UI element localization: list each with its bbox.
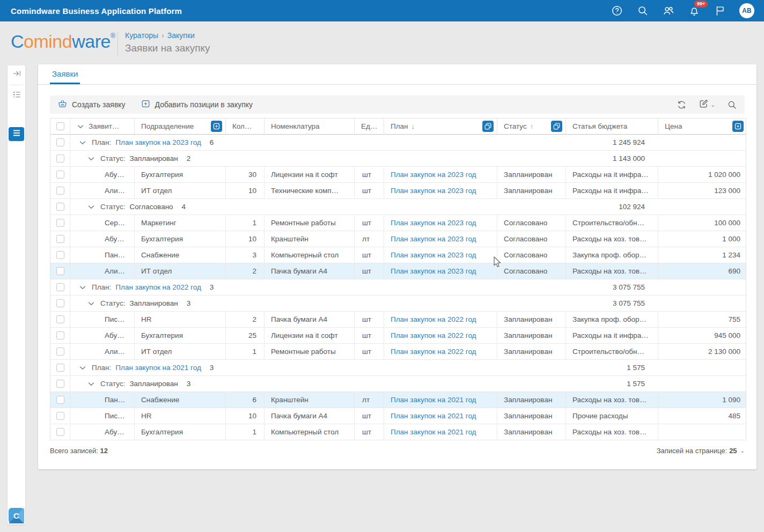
row-checkbox[interactable] — [56, 187, 64, 195]
edit-icon[interactable]: ⌄ — [699, 99, 715, 111]
help-icon[interactable] — [611, 4, 623, 17]
cell-price — [658, 424, 747, 440]
sidebar-item-tasks[interactable] — [8, 86, 25, 105]
cell-status: Запланирован — [497, 312, 566, 327]
table-row[interactable]: Пан…Снабжение6КранштейнлтПлан закупок на… — [50, 392, 746, 408]
cell-nomenclature: Лицензии на it софт — [265, 167, 355, 182]
group-plan-link[interactable]: План закупок на 2021 год — [115, 364, 201, 372]
group-column-button[interactable] — [482, 121, 494, 132]
plan-link[interactable]: План закупок на 2022 год — [391, 315, 476, 323]
breadcrumb-purchases[interactable]: Закупки — [167, 31, 195, 40]
comindware-logo[interactable]: Comindware® — [11, 31, 115, 52]
row-checkbox[interactable] — [56, 331, 64, 339]
collapse-group-icon[interactable] — [79, 364, 86, 372]
table-row[interactable]: Пис…HR10Пачка бумаги А4штПлан закупок на… — [50, 408, 746, 424]
row-checkbox[interactable] — [56, 203, 64, 211]
table-row[interactable]: Абу…Бухгалтерия1Компьютерный столштПлан … — [50, 424, 746, 440]
users-icon[interactable] — [662, 4, 675, 17]
row-checkbox[interactable] — [56, 267, 64, 275]
collapse-group-icon[interactable] — [79, 284, 86, 291]
plan-link[interactable]: План закупок на 2023 год — [391, 171, 476, 179]
plan-link[interactable]: План закупок на 2021 год — [391, 396, 476, 404]
group-plan-link[interactable]: План закупок на 2022 год — [115, 283, 201, 291]
avatar[interactable]: AB — [739, 3, 754, 18]
column-header-qty[interactable]: Кол… — [226, 119, 265, 134]
row-checkbox[interactable] — [56, 283, 64, 291]
row-checkbox[interactable] — [56, 412, 64, 420]
collapse-group-icon[interactable] — [87, 155, 95, 162]
column-header-price[interactable]: Цена — [658, 119, 747, 134]
table-row[interactable]: Абу…Бухгалтерия10КранштейнлтПлан закупок… — [50, 231, 746, 247]
row-checkbox[interactable] — [56, 251, 64, 259]
grid-search-icon[interactable] — [727, 100, 737, 110]
column-header-department[interactable]: Подразделение — [135, 119, 226, 134]
checkbox-cell — [50, 312, 70, 327]
cell-budget: Прочие расходы — [566, 408, 658, 424]
row-checkbox[interactable] — [56, 348, 64, 356]
plan-link[interactable]: План закупок на 2021 год — [391, 412, 476, 420]
table-row[interactable]: Пис…HR2Пачка бумаги А4штПлан закупок на … — [50, 312, 746, 328]
row-checkbox[interactable] — [56, 171, 64, 179]
row-checkbox[interactable] — [56, 219, 64, 227]
column-header-status[interactable]: Статус↑ — [497, 119, 566, 134]
table-row[interactable]: Абу…Бухгалтерия30Лицензии на it софтштПл… — [50, 167, 746, 183]
row-checkbox[interactable] — [56, 154, 64, 162]
sidebar-item-menu-active[interactable] — [9, 127, 24, 141]
plan-link[interactable]: План закупок на 2023 год — [391, 267, 476, 275]
group-field-label: План: — [92, 364, 111, 372]
sum-column-button[interactable] — [211, 121, 222, 132]
page-size-selector[interactable]: Записей на странице: 25 ⌄ — [657, 447, 745, 455]
table-row[interactable]: Абу…Бухгалтерия25Лицензии на it софтштПл… — [50, 328, 746, 344]
plan-link[interactable]: План закупок на 2023 год — [391, 219, 476, 227]
table-row[interactable]: Али…ИТ отдел1Ремонтные работыштПлан заку… — [50, 344, 746, 360]
row-checkbox[interactable] — [56, 380, 64, 388]
add-positions-button[interactable]: Добавить позиции в закупку — [133, 95, 260, 114]
collapse-group-icon[interactable] — [87, 203, 95, 211]
column-header-nomenclature[interactable]: Номенклатура — [265, 119, 355, 134]
table-row[interactable]: Пан…Снабжение3Компьютерный столштПлан за… — [50, 247, 746, 263]
select-all-checkbox[interactable] — [56, 122, 64, 130]
plan-link[interactable]: План закупок на 2023 год — [391, 187, 476, 195]
row-checkbox[interactable] — [56, 235, 64, 243]
row-checkbox[interactable] — [56, 299, 64, 307]
plan-link[interactable]: План закупок на 2022 год — [391, 331, 476, 339]
row-checkbox[interactable] — [56, 315, 64, 323]
column-header-requester[interactable]: Заявит… — [70, 119, 135, 134]
topbar: Comindware Business Application Platform… — [0, 0, 764, 21]
table-row[interactable]: Али…ИТ отдел2Пачка бумаги А4штПлан закуп… — [50, 263, 746, 279]
row-checkbox[interactable] — [56, 364, 64, 372]
plan-link[interactable]: План закупок на 2023 год — [391, 235, 476, 243]
plan-link[interactable]: План закупок на 2021 год — [391, 428, 476, 436]
group-plan-link[interactable]: План закупок на 2023 год — [115, 138, 201, 146]
refresh-icon[interactable] — [677, 100, 687, 110]
create-request-button[interactable]: Создать заявку — [50, 95, 133, 114]
flag-icon[interactable] — [714, 4, 726, 17]
cell-plan: План закупок на 2023 год — [384, 263, 497, 279]
notifications-bell-icon[interactable]: 99+ — [688, 4, 701, 17]
collapse-all-icon[interactable] — [77, 123, 84, 130]
plan-link[interactable]: План закупок на 2023 год — [391, 251, 476, 259]
collapse-group-icon[interactable] — [79, 139, 86, 146]
row-checkbox[interactable] — [56, 428, 64, 436]
column-header-unit[interactable]: Ед… — [355, 119, 384, 134]
column-header-budget[interactable]: Статья бюджета — [566, 119, 658, 134]
group-column-button[interactable] — [551, 121, 562, 132]
cell-status: Запланирован — [497, 328, 566, 343]
cell-status: Согласовано — [497, 263, 566, 279]
row-checkbox[interactable] — [56, 138, 64, 146]
collapse-group-icon[interactable] — [87, 300, 95, 307]
table-row[interactable]: Али…ИТ отдел10Технические комп…штПлан за… — [50, 183, 746, 199]
breadcrumb-curators[interactable]: Кураторы — [125, 31, 158, 40]
cell-budget: Закупка проф. обор… — [566, 312, 658, 327]
sidebar-expand-button[interactable] — [8, 65, 25, 84]
table-row[interactable]: Сер…Маркетинг1Ремонтные работыштПлан зак… — [50, 215, 746, 231]
cell-qty: 1 — [226, 424, 265, 440]
search-icon[interactable] — [636, 4, 649, 17]
collapse-group-icon[interactable] — [87, 380, 95, 388]
column-header-plan[interactable]: План↓ — [384, 119, 497, 134]
plan-link[interactable]: План закупок на 2022 год — [391, 348, 476, 356]
row-checkbox[interactable] — [56, 396, 64, 404]
tab-requests[interactable]: Заявки — [50, 64, 80, 84]
comindware-c-logo[interactable]: C — [9, 508, 24, 523]
sum-column-button[interactable] — [732, 121, 744, 132]
